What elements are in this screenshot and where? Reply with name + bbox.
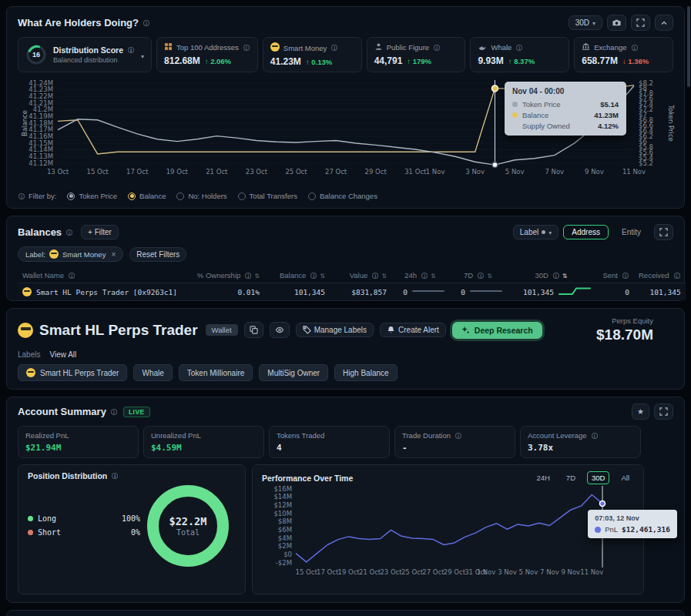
distribution-score-card[interactable]: 16 Distribution Score Balanced distribut… <box>18 37 152 72</box>
col-balance[interactable]: Balance <box>264 268 330 283</box>
snapshot-button[interactable] <box>607 15 626 31</box>
info-icon[interactable] <box>631 44 639 52</box>
performance-tooltip: 07:03, 12 Nov PnL$12,461,316 <box>588 510 677 538</box>
col-wallet-name[interactable]: Wallet Name <box>18 268 203 283</box>
col-7d[interactable]: 7D <box>449 268 507 283</box>
filter-chip-smart-money[interactable]: Label: Smart Money <box>18 246 123 262</box>
scrollbar[interactable] <box>687 6 690 87</box>
svg-text:23 Oct: 23 Oct <box>246 168 268 176</box>
expand-icon <box>659 407 668 416</box>
view-all-link[interactable]: View All <box>49 350 76 359</box>
label-chip-multisig-owner[interactable]: MultiSig Owner <box>259 364 328 381</box>
view-toggle-address[interactable]: Address <box>563 225 609 239</box>
info-icon[interactable] <box>127 46 135 54</box>
svg-text:29 Oct: 29 Oct <box>365 168 387 176</box>
fullscreen-button[interactable] <box>654 403 673 420</box>
deep-research-button[interactable]: Deep Research <box>452 322 542 339</box>
col-24h[interactable]: 24h <box>391 268 449 283</box>
label-chip-high-balance[interactable]: High Balance <box>334 364 397 381</box>
fullscreen-button[interactable] <box>654 224 673 240</box>
change-badge: 2.06% <box>205 57 231 65</box>
date-range-dropdown[interactable]: 30D <box>569 15 602 30</box>
holder-stat-card-exchange[interactable]: Exchange658.77M1.36% <box>574 37 673 72</box>
smart-money-icon <box>18 323 33 338</box>
filter-option-balance[interactable]: Balance <box>128 192 166 200</box>
star-icon <box>637 407 644 416</box>
col-received[interactable]: Received <box>634 268 686 283</box>
view-toggle-entity[interactable]: Entity <box>613 225 649 239</box>
smart-money-icon <box>22 287 32 296</box>
chevron-down-icon <box>548 228 552 236</box>
svg-text:17 Oct: 17 Oct <box>126 168 149 176</box>
distribution-score-label: Distribution Score <box>53 45 123 55</box>
group-by-dropdown[interactable]: Label <box>513 225 559 239</box>
legend-dot-icon <box>28 530 33 535</box>
label-chip-smart-hl-perps-trader[interactable]: Smart HL Perps Trader <box>18 364 127 381</box>
account-stats-row: Realized PnL$21.94MUnrealized PnL$4.59MT… <box>18 426 641 458</box>
info-icon[interactable] <box>111 472 119 480</box>
spark-24h-cell: 0 <box>391 283 449 300</box>
change-badge: 1.36% <box>622 57 649 65</box>
info-icon[interactable] <box>65 229 73 236</box>
distribution-score-gauge: 16 <box>25 44 47 65</box>
holder-stat-card-whale[interactable]: Whale9.93M8.37% <box>470 37 569 72</box>
copy-icon <box>250 326 258 334</box>
position-distribution-donut: $22.2M Total <box>147 485 229 567</box>
svg-text:15 Oct: 15 Oct <box>86 168 109 176</box>
holder-stat-card-smart-money[interactable]: Smart Money41.23M0.13% <box>263 37 362 72</box>
col-sent[interactable]: Sent <box>595 268 634 283</box>
info-icon[interactable] <box>455 432 462 440</box>
watch-button[interactable] <box>270 322 290 338</box>
holder-stat-card-top-100-addresses[interactable]: Top 100 Addresses812.68M2.06% <box>156 37 258 72</box>
col-ownership[interactable]: % Ownership <box>203 268 264 283</box>
balance-dot-icon <box>512 112 518 118</box>
filter-option-no-holders[interactable]: No: Holders <box>176 192 226 200</box>
svg-text:$2M: $2M <box>278 542 292 550</box>
add-filter-button[interactable]: + Filter <box>81 225 119 239</box>
favorite-button[interactable] <box>632 403 649 420</box>
tab-all[interactable]: All <box>616 471 634 484</box>
holder-stat-card-public-figure[interactable]: Public Figure44,791179% <box>367 37 466 72</box>
svg-text:11 Nov: 11 Nov <box>622 168 646 176</box>
collapse-button[interactable] <box>655 15 673 31</box>
svg-text:25 Oct: 25 Oct <box>285 168 307 176</box>
svg-text:27 Oct: 27 Oct <box>325 168 347 176</box>
close-icon[interactable] <box>109 250 116 259</box>
svg-text:13 Oct: 13 Oct <box>47 168 69 176</box>
filter-option-balance-changes[interactable]: Balance Changes <box>308 192 377 200</box>
dot-icon <box>542 230 545 234</box>
tab-30d[interactable]: 30D <box>587 471 609 484</box>
perps-equity-label: Perps Equity <box>596 316 653 325</box>
tab-7d[interactable]: 7D <box>562 471 580 484</box>
svg-text:7 Nov: 7 Nov <box>540 568 559 576</box>
fullscreen-button[interactable] <box>631 15 650 31</box>
info-icon[interactable] <box>591 432 599 440</box>
create-alert-button[interactable]: Create Alert <box>380 323 446 337</box>
label-chip-whale[interactable]: Whale <box>133 364 172 381</box>
reset-filters-button[interactable]: Reset Filters <box>129 247 186 262</box>
label-chip-token-millionaire[interactable]: Token Millionaire <box>179 364 253 381</box>
holders-title: What Are Holders Doing? <box>18 17 139 28</box>
svg-text:21 Oct: 21 Oct <box>359 568 381 576</box>
info-icon[interactable] <box>243 44 250 52</box>
svg-text:$10M: $10M <box>273 510 292 517</box>
col-30d[interactable]: 30D <box>507 268 595 283</box>
info-icon[interactable] <box>330 44 338 52</box>
filter-option-token-price[interactable]: Token Price <box>67 192 117 200</box>
manage-labels-button[interactable]: Manage Labels <box>296 323 374 337</box>
info-icon[interactable] <box>515 44 523 52</box>
info-icon[interactable] <box>18 192 25 200</box>
performance-chart[interactable]: $16M$14M$12M$10M$8M$6M$4M$2M$0-$2M15 Oct… <box>262 484 634 588</box>
filter-option-total-transfers[interactable]: Total Transfers <box>238 192 297 200</box>
svg-text:9 Nov: 9 Nov <box>585 168 604 176</box>
wallet-name-cell[interactable]: Smart HL Perps Trader [0x9263c1] <box>18 283 203 300</box>
tab-24h[interactable]: 24H <box>532 471 554 484</box>
info-icon[interactable] <box>433 44 441 52</box>
info-icon[interactable] <box>110 408 118 416</box>
legend-long: Long100% <box>28 514 140 523</box>
smart-money-icon <box>26 368 35 377</box>
info-icon[interactable] <box>143 19 150 27</box>
holders-section: What Are Holders Doing? 30D <box>6 6 685 209</box>
col-value[interactable]: Value <box>330 268 391 283</box>
copy-address-button[interactable] <box>244 322 263 338</box>
